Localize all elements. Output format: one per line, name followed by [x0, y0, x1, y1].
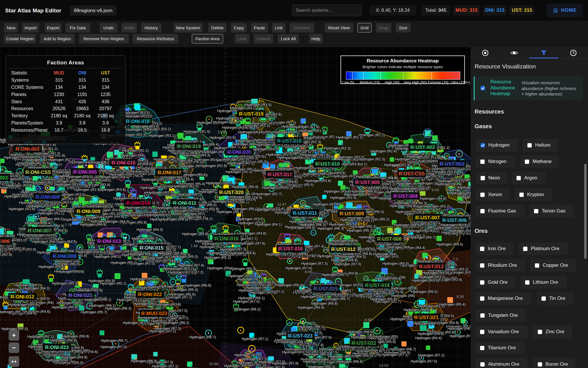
- svg-text:Hydrogen (R3.4): Hydrogen (R3.4): [436, 182, 462, 186]
- svg-text:Hydrogen (R5.3): Hydrogen (R5.3): [230, 267, 256, 271]
- svg-text:Hydrogen (R3.7): Hydrogen (R3.7): [4, 194, 31, 198]
- svg-text:Hydrogen (R7.0): Hydrogen (R7.0): [450, 334, 471, 338]
- svg-text:Hydrogen (R4.9): Hydrogen (R4.9): [404, 308, 430, 312]
- svg-text:Hydrogen (R5.7): Hydrogen (R5.7): [0, 310, 25, 314]
- svg-text:Hydrogen (R6.0): Hydrogen (R6.0): [206, 181, 232, 185]
- svg-text:Hydrogen (R5.8): Hydrogen (R5.8): [12, 303, 38, 307]
- svg-text:Hydrogen (R1.9): Hydrogen (R1.9): [154, 158, 180, 162]
- svg-text:Hydrogen (R7.2): Hydrogen (R7.2): [285, 347, 311, 351]
- svg-text:Hydrogen (R5.3): Hydrogen (R5.3): [52, 281, 78, 285]
- svg-text:R-UST-003: R-UST-003: [440, 161, 464, 167]
- svg-text:Hydrogen (R5.7): Hydrogen (R5.7): [159, 284, 185, 288]
- svg-text:Hydrogen (R1.6): Hydrogen (R1.6): [209, 136, 236, 140]
- svg-text:Hydrogen (R4.5): Hydrogen (R4.5): [37, 217, 64, 221]
- svg-text:Hydrogen (R4.7): Hydrogen (R4.7): [46, 358, 72, 362]
- svg-text:R-UST-014: R-UST-014: [365, 283, 390, 288]
- svg-text:Hydrogen (R6.1): Hydrogen (R6.1): [156, 206, 183, 210]
- svg-text:R-UST-019: R-UST-019: [239, 111, 263, 117]
- svg-text:Hydrogen (R6.0): Hydrogen (R6.0): [347, 330, 373, 334]
- svg-text:Hydrogen (R6.1): Hydrogen (R6.1): [238, 296, 265, 300]
- svg-text:R-UST-015: R-UST-015: [313, 286, 338, 292]
- svg-text:Hydrogen (R7.1): Hydrogen (R7.1): [301, 295, 327, 299]
- svg-text:Hydrogen (R2.9): Hydrogen (R2.9): [74, 188, 100, 192]
- svg-text:Hydrogen (R2.9): Hydrogen (R2.9): [0, 253, 12, 257]
- svg-text:R-UST-006: R-UST-006: [442, 218, 467, 223]
- svg-text:Hydrogen (R5.7): Hydrogen (R5.7): [81, 310, 107, 314]
- svg-text:Hydrogen (R7.5): Hydrogen (R7.5): [411, 359, 437, 363]
- svg-text:Hydrogen (R6.3): Hydrogen (R6.3): [281, 340, 307, 344]
- svg-text:Hydrogen (R2.1): Hydrogen (R2.1): [20, 161, 46, 165]
- svg-text:7.66: 7.66: [62, 173, 69, 177]
- svg-text:Hydrogen (R4.4): Hydrogen (R4.4): [415, 336, 442, 340]
- svg-text:Hydrogen (R3.8): Hydrogen (R3.8): [182, 232, 208, 236]
- svg-text:9.82: 9.82: [55, 162, 62, 167]
- svg-text:R-ONI-010: R-ONI-010: [112, 160, 135, 166]
- svg-text:8.00: 8.00: [305, 270, 312, 274]
- svg-text:R-UST-007: R-UST-007: [415, 215, 440, 221]
- svg-text:5.0: 5.0: [101, 161, 106, 165]
- svg-text:R-UST-018: R-UST-018: [277, 138, 301, 144]
- svg-text:Hydrogen (R7.0): Hydrogen (R7.0): [335, 262, 361, 266]
- svg-text:Hydrogen (R7.1): Hydrogen (R7.1): [382, 353, 408, 357]
- svg-text:Hydrogen (R3.3): Hydrogen (R3.3): [75, 178, 101, 182]
- svg-text:Hydrogen (R4.3): Hydrogen (R4.3): [449, 229, 471, 233]
- svg-text:Hydrogen (R6.7): Hydrogen (R6.7): [101, 339, 127, 343]
- svg-text:Hydrogen (R6.2): Hydrogen (R6.2): [298, 325, 324, 329]
- svg-text:Hydrogen (R6.8): Hydrogen (R6.8): [332, 239, 358, 243]
- svg-text:Hydrogen (R7.9): Hydrogen (R7.9): [235, 353, 261, 357]
- svg-text:Hydrogen (R6.8): Hydrogen (R6.8): [336, 360, 363, 364]
- svg-text:Hydrogen (R7.1): Hydrogen (R7.1): [27, 335, 54, 339]
- svg-text:Hydrogen (R2.1): Hydrogen (R2.1): [48, 158, 75, 162]
- svg-text:Hydrogen (R3.6): Hydrogen (R3.6): [305, 179, 331, 183]
- svg-text:9.43: 9.43: [432, 188, 439, 192]
- svg-text:Hydrogen (R3.4): Hydrogen (R3.4): [412, 279, 439, 283]
- svg-text:Hydrogen (R4.6): Hydrogen (R4.6): [240, 231, 266, 235]
- svg-text:R-ONI-005: R-ONI-005: [73, 169, 97, 175]
- svg-text:Hydrogen (R6.9): Hydrogen (R6.9): [249, 281, 275, 285]
- svg-text:R-UST-013: R-UST-013: [419, 264, 443, 269]
- svg-text:R-ONI-019: R-ONI-019: [177, 144, 201, 149]
- svg-text:Hydrogen (R5.5): Hydrogen (R5.5): [140, 186, 167, 190]
- svg-text:Hydrogen (R3.6): Hydrogen (R3.6): [222, 126, 248, 130]
- svg-text:Hydrogen (R5.5): Hydrogen (R5.5): [329, 223, 356, 227]
- svg-text:Hydrogen (R3.8): Hydrogen (R3.8): [313, 202, 339, 206]
- svg-text:R-UST-002: R-UST-002: [410, 145, 435, 150]
- svg-text:Hydrogen (R7.2): Hydrogen (R7.2): [266, 252, 292, 256]
- svg-text:Hydrogen (R2.9): Hydrogen (R2.9): [407, 229, 433, 233]
- svg-text:Hydrogen (R1.6): Hydrogen (R1.6): [238, 130, 264, 134]
- svg-text:Hydrogen (R4.7): Hydrogen (R4.7): [409, 235, 436, 239]
- svg-text:Hydrogen (R4.8): Hydrogen (R4.8): [418, 332, 444, 336]
- svg-text:Hydrogen (R2.4): Hydrogen (R2.4): [407, 155, 434, 159]
- svg-text:R-ONI-008: R-ONI-008: [53, 254, 76, 259]
- svg-text:Hydrogen (R5.4): Hydrogen (R5.4): [180, 173, 206, 177]
- svg-text:Hydrogen (R6.9): Hydrogen (R6.9): [63, 334, 89, 338]
- svg-text:Hydrogen (R3.5): Hydrogen (R3.5): [245, 103, 271, 107]
- svg-text:Hydrogen (R2.4): Hydrogen (R2.4): [370, 149, 397, 153]
- svg-text:Hydrogen (R5): Hydrogen (R5): [374, 335, 398, 339]
- svg-text:Hydrogen (R4.1): Hydrogen (R4.1): [273, 130, 299, 134]
- svg-text:Hydrogen (R7.2): Hydrogen (R7.2): [418, 353, 444, 357]
- svg-text:R-UST-011: R-UST-011: [293, 210, 317, 216]
- svg-text:Hydrogen (R4.9): Hydrogen (R4.9): [80, 223, 106, 227]
- svg-text:R-UST-021: R-UST-021: [414, 315, 438, 320]
- svg-text:Hydrogen (R5.3): Hydrogen (R5.3): [262, 186, 288, 190]
- svg-text:12.47: 12.47: [277, 202, 287, 206]
- svg-text:Hydrogen (R5.3): Hydrogen (R5.3): [309, 365, 335, 368]
- svg-text:Hydrogen (R5.8): Hydrogen (R5.8): [232, 185, 258, 189]
- svg-text:Hydrogen (R2.3): Hydrogen (R2.3): [324, 146, 351, 150]
- svg-text:R-ONI-016: R-ONI-016: [215, 236, 238, 241]
- svg-text:Hydrogen (R6.8): Hydrogen (R6.8): [311, 302, 338, 306]
- svg-text:R-ONI-023: R-ONI-023: [45, 345, 69, 350]
- svg-text:Hydrogen (R5.4): Hydrogen (R5.4): [276, 283, 303, 287]
- svg-text:7.76: 7.76: [65, 223, 72, 227]
- svg-text:Hydrogen (R1.1): Hydrogen (R1.1): [0, 182, 5, 186]
- svg-text:Hydrogen (R3.1): Hydrogen (R3.1): [30, 181, 57, 185]
- svg-text:Hydrogen (R6.9): Hydrogen (R6.9): [131, 359, 157, 363]
- svg-text:R-ONI-012: R-ONI-012: [11, 294, 34, 300]
- svg-text:Hydrogen (R6.7): Hydrogen (R6.7): [132, 237, 158, 241]
- svg-text:R-ONI-020: R-ONI-020: [227, 150, 251, 155]
- svg-text:Hydrogen (R7): Hydrogen (R7): [177, 193, 201, 197]
- svg-text:R-UST-008: R-UST-008: [377, 236, 401, 242]
- svg-text:Hydrogen (R5.9): Hydrogen (R5.9): [298, 306, 324, 310]
- svg-text:Hydrogen (R5.2): Hydrogen (R5.2): [142, 178, 168, 182]
